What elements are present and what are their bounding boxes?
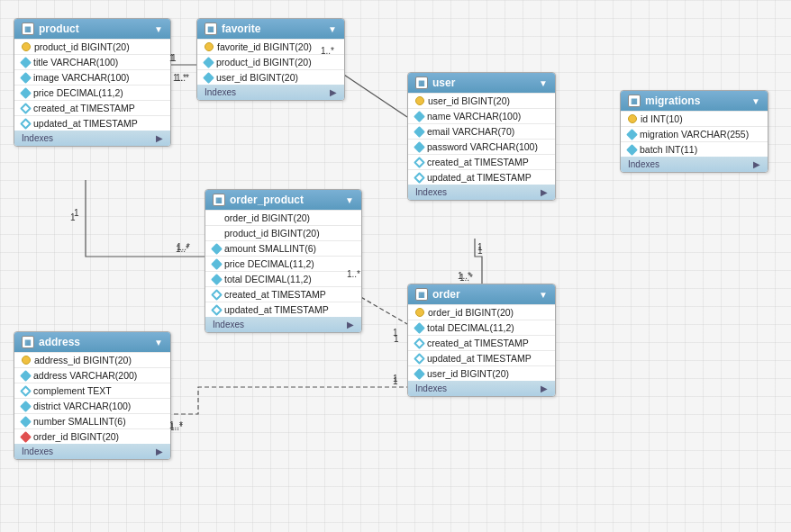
- diamond-hollow-icon: [414, 353, 425, 365]
- favorite-indexes[interactable]: Indexes ▶: [197, 85, 344, 100]
- order-chevron[interactable]: ▼: [539, 290, 548, 300]
- svg-text:1: 1: [394, 334, 399, 344]
- favorite-db-icon: ▦: [205, 23, 217, 35]
- favorite-title: favorite: [222, 23, 260, 35]
- order-title: order: [432, 288, 460, 301]
- indexes-chevron: ▶: [347, 320, 354, 329]
- key-icon: [205, 42, 214, 51]
- address-field-1: address VARCHAR(200): [14, 367, 170, 383]
- table-order-product: ▦ order_product ▼ order_id BIGINT(20) pr…: [205, 189, 362, 333]
- user-field-4: created_at TIMESTAMP: [408, 154, 555, 169]
- indexes-chevron: ▶: [156, 446, 163, 456]
- user-indexes[interactable]: Indexes ▶: [408, 185, 555, 200]
- product-indexes[interactable]: Indexes ▶: [14, 131, 170, 146]
- diamond-hollow-icon: [211, 304, 223, 316]
- order-product-chevron[interactable]: ▼: [345, 195, 354, 205]
- order-db-icon: ▦: [415, 288, 428, 301]
- order-product-indexes[interactable]: Indexes ▶: [205, 317, 361, 332]
- rel-label-11: 1: [393, 374, 398, 383]
- user-field-0: user_id BIGINT(20): [408, 93, 555, 108]
- address-field-3: district VARCHAR(100): [14, 398, 170, 413]
- rel-label-9: 1..*: [458, 271, 471, 281]
- order-product-field-1: product_id BIGINT(20): [205, 225, 361, 240]
- svg-text:1..*: 1..*: [176, 73, 189, 83]
- product-field-4: created_at TIMESTAMP: [14, 100, 170, 115]
- svg-text:1..*: 1..*: [176, 244, 189, 254]
- diamond-icon: [20, 370, 32, 382]
- diamond-icon: [211, 243, 223, 255]
- diamond-icon: [626, 144, 638, 156]
- rel-label-2: 1..*: [173, 73, 186, 83]
- diamond-icon: [20, 72, 32, 84]
- user-title: user: [432, 77, 455, 89]
- diamond-hollow-icon: [414, 338, 425, 349]
- address-indexes[interactable]: Indexes ▶: [14, 444, 170, 459]
- order-product-db-icon: ▦: [213, 194, 225, 206]
- order-field-0: order_id BIGINT(20): [408, 304, 555, 320]
- svg-text:1: 1: [171, 53, 177, 63]
- key-icon: [22, 42, 31, 51]
- diamond-icon: [211, 258, 223, 270]
- favorite-chevron[interactable]: ▼: [328, 24, 337, 34]
- diamond-hollow-icon: [20, 385, 32, 397]
- rel-label-5: 1..*: [177, 242, 190, 252]
- order-indexes[interactable]: Indexes ▶: [408, 381, 555, 396]
- diamond-hollow-icon: [414, 172, 425, 184]
- product-header[interactable]: ▦ product ▼: [14, 19, 170, 39]
- user-field-3: password VARCHAR(100): [408, 139, 555, 154]
- order-product-title: order_product: [230, 194, 304, 206]
- migrations-indexes[interactable]: Indexes ▶: [621, 157, 768, 172]
- table-user: ▦ user ▼ user_id BIGINT(20) name VARCHAR…: [407, 72, 556, 201]
- address-field-2: complement TEXT: [14, 383, 170, 398]
- migrations-chevron[interactable]: ▼: [751, 96, 760, 106]
- order-product-field-4: total DECIMAL(11,2): [205, 271, 361, 286]
- diamond-hollow-icon: [211, 289, 223, 301]
- indexes-chevron: ▶: [541, 187, 548, 197]
- favorite-field-1: product_id BIGINT(20): [197, 54, 344, 69]
- order-header[interactable]: ▦ order ▼: [408, 284, 555, 304]
- user-field-1: name VARCHAR(100): [408, 108, 555, 123]
- diamond-icon: [626, 129, 638, 140]
- table-migrations: ▦ migrations ▼ id INT(10) migration VARC…: [620, 90, 768, 173]
- diamond-icon: [414, 322, 425, 334]
- order-field-1: total DECIMAL(11,2): [408, 320, 555, 335]
- address-header[interactable]: ▦ address ▼: [14, 332, 170, 352]
- rel-label-4: 1: [70, 212, 76, 222]
- key-icon: [415, 308, 424, 317]
- product-db-icon: ▦: [22, 23, 34, 35]
- diamond-hollow-icon: [20, 103, 32, 114]
- order-field-4: user_id BIGINT(20): [408, 365, 555, 381]
- product-chevron[interactable]: ▼: [154, 24, 163, 34]
- product-field-3: price DECIMAL(11,2): [14, 85, 170, 100]
- rel-label-7: 1: [393, 328, 398, 338]
- order-field-3: updated_at TIMESTAMP: [408, 350, 555, 365]
- order-field-2: created_at TIMESTAMP: [408, 335, 555, 350]
- diamond-icon: [203, 72, 214, 84]
- address-title: address: [39, 336, 80, 348]
- migrations-header[interactable]: ▦ migrations ▼: [621, 91, 768, 111]
- indexes-chevron: ▶: [753, 159, 760, 169]
- migrations-db-icon: ▦: [628, 95, 641, 107]
- diamond-icon: [414, 141, 425, 153]
- user-field-5: updated_at TIMESTAMP: [408, 169, 555, 185]
- rel-label-10: 1..*: [169, 420, 183, 430]
- address-chevron[interactable]: ▼: [154, 338, 163, 347]
- user-chevron[interactable]: ▼: [539, 78, 548, 88]
- table-product: ▦ product ▼ product_id BIGINT(20) title …: [14, 18, 171, 147]
- favorite-header[interactable]: ▦ favorite ▼: [197, 19, 344, 39]
- product-field-1: title VARCHAR(100): [14, 54, 170, 69]
- product-field-5: updated_at TIMESTAMP: [14, 115, 170, 131]
- svg-text:1..*: 1..*: [459, 273, 473, 283]
- table-address: ▦ address ▼ address_id BIGINT(20) addres…: [14, 331, 171, 460]
- table-favorite: ▦ favorite ▼ favorite_id BIGINT(20) prod…: [196, 18, 345, 101]
- user-field-2: email VARCHAR(70): [408, 123, 555, 139]
- svg-text:1: 1: [477, 246, 483, 256]
- migrations-title: migrations: [645, 95, 700, 107]
- order-product-field-0: order_id BIGINT(20): [205, 210, 361, 225]
- order-product-field-2: amount SMALLINT(6): [205, 240, 361, 256]
- order-product-header[interactable]: ▦ order_product ▼: [205, 190, 361, 210]
- key-icon: [628, 114, 637, 123]
- user-header[interactable]: ▦ user ▼: [408, 73, 555, 93]
- diamond-icon: [20, 57, 32, 68]
- diamond-icon: [20, 87, 32, 99]
